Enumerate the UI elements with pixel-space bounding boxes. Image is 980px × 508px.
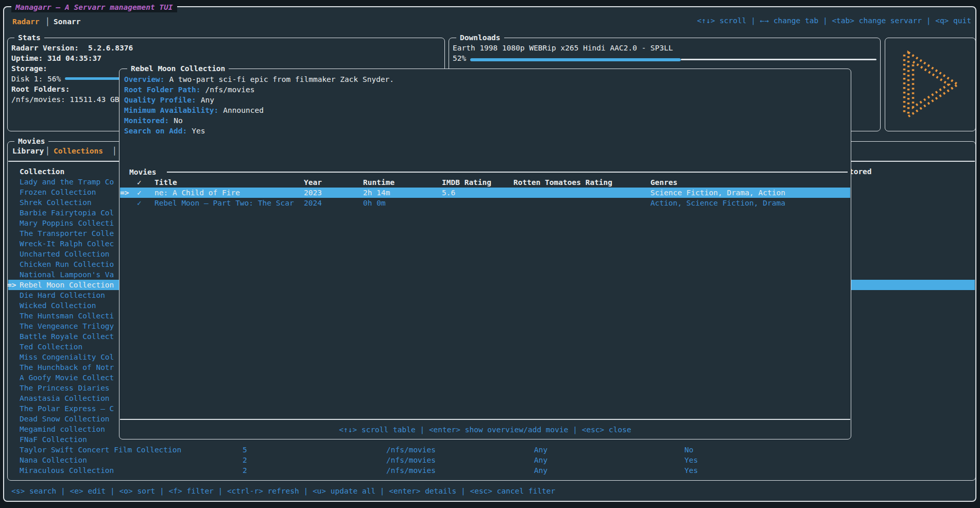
tab-sonarr[interactable]: Sonarr bbox=[54, 16, 80, 27]
modal-field-value: No bbox=[169, 116, 182, 125]
collection-list-item[interactable]: Megamind collection bbox=[20, 424, 105, 434]
uptime-label: Uptime: bbox=[11, 54, 43, 62]
download-progressbar-track bbox=[681, 59, 876, 60]
modal-field-label: Quality Profile: bbox=[124, 96, 196, 104]
collection-list-item[interactable]: A Goofy Movie Collect bbox=[20, 372, 114, 383]
collection-list-item[interactable]: Shrek Collection bbox=[20, 197, 92, 208]
version-value: 5.2.6.8376 bbox=[79, 44, 133, 52]
disk-label: Disk 1: bbox=[11, 75, 43, 83]
movie-cell-year: 2024 bbox=[304, 198, 322, 208]
movie-cell-monitored: ✓ bbox=[137, 188, 142, 198]
movies-panel-title: Movies bbox=[14, 136, 48, 146]
collection-list-item[interactable]: Anastasia Collection bbox=[20, 393, 110, 403]
collection-quality-profile: Any bbox=[534, 445, 547, 455]
header-runtime: Runtime bbox=[363, 177, 394, 188]
movie-cell-runtime: 2h 14m bbox=[363, 188, 390, 198]
header-monitored-check: ✓ bbox=[137, 177, 142, 188]
stats-panel-title: Stats bbox=[14, 32, 44, 43]
collection-root-folder: /nfs/movies bbox=[386, 465, 436, 476]
download-progress-percent: 52% bbox=[453, 53, 466, 63]
movie-cell-title: Rebel Moon – Part Two: The Scar bbox=[154, 198, 294, 208]
movie-cell-monitored: ✓ bbox=[137, 198, 142, 208]
selected-row-marker: => bbox=[7, 280, 16, 290]
modal-field-row: Monitored:No bbox=[124, 115, 183, 126]
collection-list-item[interactable]: Barbie Fairytopia Col bbox=[20, 208, 114, 218]
version-label: Radarr Version: bbox=[11, 44, 79, 52]
collection-list-item[interactable]: Nana Collection bbox=[20, 455, 87, 465]
movie-cell-runtime: 0h 0m bbox=[363, 198, 386, 208]
movie-cell-year: 2023 bbox=[304, 188, 322, 198]
collection-list-item[interactable]: The Transporter Colle bbox=[20, 228, 114, 239]
collection-list-item[interactable]: Wreck-It Ralph Collec bbox=[20, 239, 114, 249]
modal-title: Rebel Moon Collection bbox=[127, 63, 229, 74]
collection-monitored: Yes bbox=[684, 465, 698, 476]
modal-field-label: Minimum Availability: bbox=[124, 106, 218, 114]
collection-list-item[interactable]: Ted Collection bbox=[20, 342, 82, 352]
modal-field-value: /nfs/movies bbox=[200, 86, 254, 94]
collection-list-item[interactable]: FNaF Collection bbox=[20, 434, 87, 445]
download-item-title: Earth 1998 1080p WEBRip x265 Hindi AAC2.… bbox=[453, 43, 673, 53]
modal-table-title-line bbox=[167, 172, 848, 173]
modal-field-value: Announced bbox=[218, 106, 264, 114]
modal-field-label: Overview: bbox=[124, 75, 165, 83]
collection-list-item[interactable]: The Princess Diaries bbox=[20, 383, 110, 393]
collection-list-item[interactable]: Lady and the Tramp Co bbox=[20, 177, 114, 187]
managarr-logo-icon bbox=[889, 41, 972, 130]
header-year: Year bbox=[304, 177, 322, 188]
tab-collections[interactable]: Collections bbox=[54, 146, 103, 156]
collection-list-item[interactable]: Miss Congeniality Col bbox=[20, 352, 114, 362]
movie-cell-marker: => bbox=[120, 188, 129, 198]
modal-table-section-title: Movies bbox=[129, 167, 156, 177]
movie-cell-genres: Action, Science Fiction, Drama bbox=[650, 198, 785, 208]
app-title: Managarr – A Servarr management TUI bbox=[11, 2, 177, 12]
disk-usage-row: Disk 1:56% bbox=[11, 74, 61, 84]
stats-uptime-row: Uptime:31d 04:35:37 bbox=[11, 53, 101, 63]
modal-footer-separator bbox=[120, 419, 850, 420]
movie-cell-title: ne: A Child of Fire bbox=[154, 188, 240, 198]
modal-field-row: Overview:A two-part sci-fi epic from fil… bbox=[124, 74, 394, 84]
collection-list-item[interactable]: National Lampoon's Va bbox=[20, 269, 114, 280]
collection-list-item[interactable]: Chicken Run Collectio bbox=[20, 259, 114, 269]
header-rt-rating: Rotten Tomatoes Rating bbox=[513, 177, 612, 188]
collection-list-item[interactable]: Wicked Collection bbox=[20, 300, 96, 311]
collection-list-item[interactable]: Die Hard Collection bbox=[20, 290, 105, 300]
collection-root-folder: /nfs/movies bbox=[386, 455, 436, 465]
header-title: Title bbox=[154, 177, 177, 188]
modal-field-value: Any bbox=[196, 96, 214, 104]
terminal-screen: Managarr – A Servarr management TUI Rada… bbox=[0, 0, 980, 508]
storage-label: Storage: bbox=[11, 63, 47, 74]
collection-movie-count: 2 bbox=[243, 455, 247, 465]
modal-field-row: Root Folder Path:/nfs/movies bbox=[124, 84, 254, 95]
collection-list-item[interactable]: The Hunchback of Notr bbox=[20, 362, 114, 372]
collection-list-item[interactable]: Taylor Swift Concert Film Collection bbox=[20, 445, 181, 455]
collection-quality-profile: Any bbox=[534, 455, 547, 465]
collection-list-item[interactable]: Mary Poppins Collecti bbox=[20, 218, 114, 228]
modal-field-row: Quality Profile:Any bbox=[124, 95, 214, 105]
collection-monitored: Yes bbox=[684, 455, 698, 465]
collection-movie-count: 5 bbox=[243, 445, 247, 455]
collections-column-header: Collection bbox=[20, 166, 64, 177]
movies-tab-divider-1: │ bbox=[45, 146, 50, 156]
window-keybindings-help: <↑↓> scroll | ←→ change tab | <tab> chan… bbox=[697, 15, 971, 26]
collection-list-item[interactable]: Dead Snow Collection bbox=[20, 414, 110, 424]
tab-library[interactable]: Library bbox=[12, 146, 44, 156]
collection-list-item[interactable]: The Polar Express – C bbox=[20, 403, 114, 414]
downloads-panel-title: Downloads bbox=[456, 32, 504, 43]
root-folder-usage: /nfs/movies: 11511.43 GB bbox=[11, 94, 119, 105]
collection-list-item[interactable]: Miraculous Collection bbox=[20, 465, 114, 476]
collection-list-item[interactable]: Battle Royale Collect bbox=[20, 331, 114, 342]
collection-list-item[interactable]: The Vengeance Trilogy bbox=[20, 321, 114, 331]
stats-version-row: Radarr Version:5.2.6.8376 bbox=[11, 43, 133, 53]
header-genres: Genres bbox=[650, 177, 677, 188]
modal-field-value: A two-part sci-fi epic from filmmaker Za… bbox=[165, 75, 394, 83]
disk-percent: 56% bbox=[43, 75, 61, 83]
collection-list-item[interactable]: The Huntsman Collecti bbox=[20, 311, 114, 321]
movie-cell-imdb: 5.6 bbox=[442, 188, 455, 198]
collection-list-item[interactable]: Rebel Moon Collection bbox=[20, 280, 114, 290]
collection-list-item[interactable]: Uncharted Collection bbox=[20, 249, 110, 259]
tab-radarr[interactable]: Radarr bbox=[12, 16, 39, 27]
collection-list-item[interactable]: Frozen Collection bbox=[20, 187, 96, 197]
collection-monitored: No bbox=[684, 445, 693, 455]
root-folders-label: Root Folders: bbox=[11, 84, 70, 94]
modal-field-label: Root Folder Path: bbox=[124, 86, 200, 94]
